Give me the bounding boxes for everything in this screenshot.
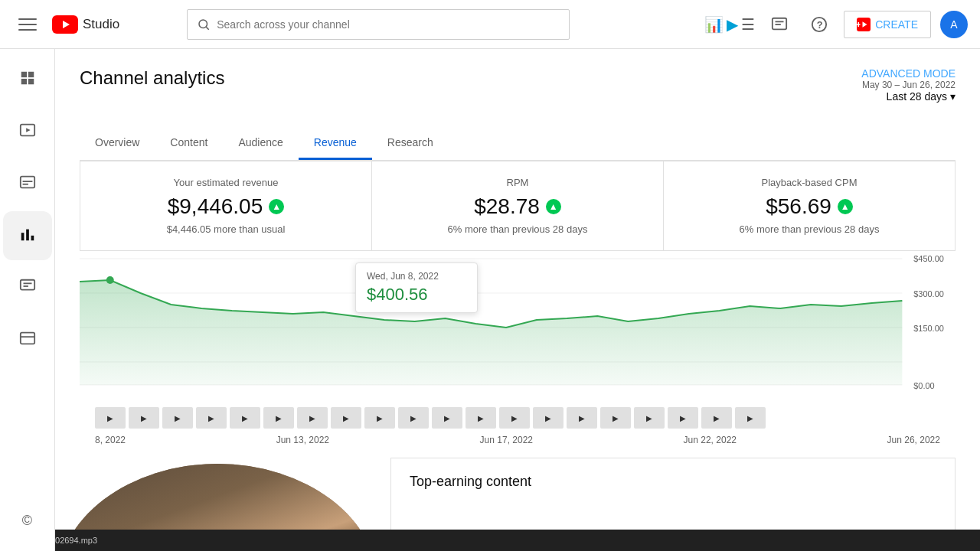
metrics-row: Your estimated revenue $9,446.05 ▲ $4,44… <box>80 161 956 251</box>
analytics-icon[interactable]: 📊 <box>704 15 724 34</box>
tooltip-value: $400.56 <box>367 285 466 305</box>
video-thumb[interactable]: ▶ <box>162 407 193 429</box>
avatar[interactable]: A <box>940 11 968 38</box>
comments-sidebar-icon <box>19 278 36 298</box>
video-thumb[interactable]: ▶ <box>466 407 496 429</box>
metric-label-rpm: RPM <box>390 177 645 188</box>
sidebar-item-subtitles[interactable] <box>3 159 52 208</box>
sidebar-item-monetization[interactable] <box>3 315 52 364</box>
tooltip-date: Wed, Jun 8, 2022 <box>367 271 466 282</box>
svg-rect-27 <box>31 235 34 240</box>
create-icon <box>857 18 871 31</box>
svg-rect-7 <box>773 18 786 29</box>
advanced-mode-link[interactable]: ADVANCED MODE <box>861 67 956 80</box>
metric-label-cpm: Playback-based CPM <box>682 177 936 188</box>
studio-label: Studio <box>83 17 119 32</box>
chart-x-axis: 8, 2022 Jun 13, 2022 Jun 17, 2022 Jun 22… <box>80 432 956 445</box>
video-thumbnails-row: ▶ ▶ ▶ ▶ ▶ ▶ ▶ ▶ ▶ ▶ ▶ ▶ ▶ ▶ ▶ ▶ ▶ ▶ ▶ ▶ <box>80 404 956 432</box>
metric-card-cpm: Playback-based CPM $56.69 ▲ 6% more than… <box>664 161 955 250</box>
svg-point-5 <box>199 20 207 28</box>
play-icon[interactable]: ▶ <box>727 15 738 34</box>
create-label: CREATE <box>875 18 918 31</box>
svg-rect-18 <box>21 78 26 83</box>
video-thumb[interactable]: ▶ <box>95 407 126 429</box>
content-icon <box>19 122 36 142</box>
sidebar: © <box>0 49 55 551</box>
svg-rect-1 <box>18 24 37 25</box>
video-thumb[interactable]: ▶ <box>398 407 429 429</box>
video-thumb[interactable]: ▶ <box>735 407 766 429</box>
x-label-2: Jun 13, 2022 <box>276 435 329 445</box>
sidebar-item-content[interactable] <box>3 107 52 156</box>
comments-button[interactable] <box>764 9 795 40</box>
menu-icon[interactable]: ☰ <box>741 15 755 34</box>
svg-rect-31 <box>20 332 34 344</box>
revenue-trend-icon: ▲ <box>269 199 284 214</box>
date-range-label: May 30 – Jun 26, 2022 <box>862 80 956 90</box>
x-label-3: Jun 17, 2022 <box>480 435 533 445</box>
dashboard-icon <box>19 70 36 90</box>
video-thumb[interactable]: ▶ <box>533 407 564 429</box>
search-bar[interactable] <box>187 9 570 40</box>
youtube-logo[interactable]: Studio <box>52 15 119 34</box>
video-thumb[interactable]: ▶ <box>499 407 530 429</box>
metric-card-rpm: RPM $28.78 ▲ 6% more than previous 28 da… <box>372 161 664 250</box>
video-thumb[interactable]: ▶ <box>196 407 227 429</box>
svg-rect-26 <box>26 229 29 240</box>
search-icon <box>197 18 211 31</box>
video-thumb[interactable]: ▶ <box>701 407 732 429</box>
video-thumb[interactable]: ▶ <box>129 407 159 429</box>
sidebar-item-copyright[interactable]: © <box>3 496 52 545</box>
analytics-sidebar-icon <box>19 226 36 246</box>
x-label-4: Jun 22, 2022 <box>684 435 737 445</box>
tab-content[interactable]: Content <box>155 127 223 160</box>
date-range-select[interactable]: Last 28 days ▾ <box>862 90 956 103</box>
search-input[interactable] <box>217 18 560 31</box>
page-title: Channel analytics <box>80 67 224 89</box>
metric-change-rpm: 6% more than previous 28 days <box>390 223 645 235</box>
svg-rect-0 <box>18 18 37 20</box>
hamburger-menu[interactable] <box>12 9 43 40</box>
svg-text:$150.00: $150.00 <box>913 324 944 333</box>
video-thumb[interactable]: ▶ <box>297 407 328 429</box>
sidebar-item-analytics[interactable] <box>3 211 52 260</box>
video-thumb[interactable]: ▶ <box>567 407 597 429</box>
svg-text:?: ? <box>817 18 823 30</box>
revenue-amount: $9,446.05 <box>168 194 263 219</box>
metric-value-revenue: $9,446.05 ▲ <box>99 194 353 219</box>
tab-revenue[interactable]: Revenue <box>299 127 372 160</box>
sidebar-item-comments[interactable] <box>3 263 52 312</box>
cpm-trend-icon: ▲ <box>838 199 853 214</box>
video-thumb[interactable]: ▶ <box>600 407 631 429</box>
topbar-actions: 📊 ▶ ☰ ? CREATE A <box>704 9 968 40</box>
video-thumb[interactable]: ▶ <box>331 407 361 429</box>
sidebar-item-dashboard[interactable] <box>3 55 52 104</box>
video-thumb[interactable]: ▶ <box>364 407 395 429</box>
tabs-container: Overview Content Audience Revenue Resear… <box>80 127 956 161</box>
topbar: Studio 📊 ▶ ☰ ? <box>0 0 980 49</box>
metric-value-cpm: $56.69 ▲ <box>682 194 936 219</box>
video-thumb[interactable]: ▶ <box>263 407 294 429</box>
video-thumb[interactable]: ▶ <box>634 407 665 429</box>
help-button[interactable]: ? <box>804 9 835 40</box>
video-thumb[interactable]: ▶ <box>230 407 260 429</box>
header-right: ADVANCED MODE May 30 – Jun 26, 2022 Last… <box>861 67 956 109</box>
metric-label-revenue: Your estimated revenue <box>99 177 353 188</box>
copyright-icon: © <box>22 513 32 529</box>
metric-value-rpm: $28.78 ▲ <box>390 194 645 219</box>
svg-marker-21 <box>26 128 31 132</box>
tab-audience[interactable]: Audience <box>223 127 298 160</box>
svg-rect-17 <box>28 71 33 77</box>
video-thumb[interactable]: ▶ <box>668 407 698 429</box>
topbar-left: Studio <box>12 9 119 40</box>
main-content: Channel analytics ADVANCED MODE May 30 –… <box>55 49 980 551</box>
date-range-container: May 30 – Jun 26, 2022 Last 28 days ▾ <box>862 80 956 103</box>
chart-point <box>106 276 114 284</box>
revenue-chart: $450.00 $300.00 $150.00 $0.00 <box>80 251 956 404</box>
chart-container[interactable]: $450.00 $300.00 $150.00 $0.00 Wed, Jun 8… <box>80 251 956 404</box>
create-button[interactable]: CREATE <box>844 11 931 38</box>
video-thumb[interactable]: ▶ <box>432 407 462 429</box>
tab-overview[interactable]: Overview <box>80 127 155 160</box>
period-label: Last 28 days <box>887 90 947 103</box>
tab-research[interactable]: Research <box>372 127 449 160</box>
